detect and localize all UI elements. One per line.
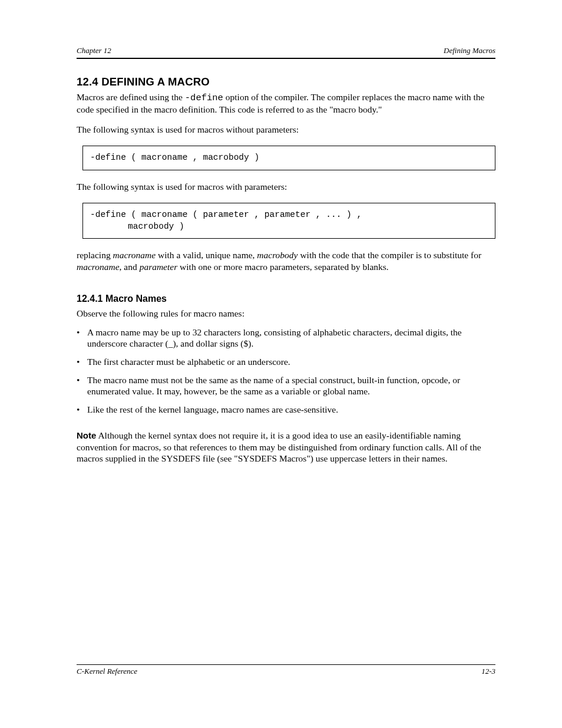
parameter-var: parameter (140, 262, 178, 272)
list-text: A macro name may be up to 32 characters … (87, 327, 495, 350)
list-item: • The first character must be alphabetic… (77, 357, 495, 368)
macroname-var: macroname (113, 250, 156, 260)
list-item: • A macro name may be up to 32 character… (77, 327, 495, 350)
subsection-intro: Observe the following rules for macro na… (77, 308, 495, 319)
page-header: Chapter 12 Defining Macros (77, 46, 495, 59)
define-option-code: -define (185, 93, 223, 103)
code-box-with-params: -define ( macroname ( parameter , parame… (82, 203, 495, 239)
bullet-icon: • (77, 327, 87, 350)
code-line-2: macrobody ) (90, 221, 488, 233)
macroname-var-2: macroname (77, 262, 120, 272)
list-text: The macro name must not be the same as t… (87, 375, 495, 397)
bullet-icon: • (77, 404, 87, 416)
header-left: Chapter 12 (77, 46, 111, 55)
note-paragraph: Note Although the kernel syntax does not… (77, 430, 495, 465)
footer-doc-title: C-Kernel Reference (77, 667, 137, 676)
intro-paragraph-3: The following syntax is used for macros … (77, 181, 495, 192)
list-item: • Like the rest of the kernel language, … (77, 404, 495, 416)
sysdefs-link: SYSDEFS Macros (238, 453, 307, 463)
code-box-no-params: -define ( macroname , macrobody ) (82, 146, 495, 170)
macrobody-var: macrobody (257, 250, 297, 260)
bullet-icon: • (77, 357, 87, 368)
intro-paragraph-2: The following syntax is used for macros … (77, 124, 495, 135)
section-heading: 12.4 DEFINING A MACRO (77, 75, 495, 88)
code-line: -define ( macroname , macrobody ) (90, 152, 488, 164)
intro-paragraph-1: Macros are defined using the -define opt… (77, 91, 495, 116)
bullet-icon: • (77, 375, 87, 397)
note-label: Note (77, 430, 96, 440)
list-item: • The macro name must not be the same as… (77, 375, 495, 397)
code-line-1: -define ( macroname ( parameter , parame… (90, 209, 488, 221)
list-text: Like the rest of the kernel language, ma… (87, 404, 495, 416)
list-text: The first character must be alphabetic o… (87, 357, 495, 368)
page-footer: C-Kernel Reference 12-3 (77, 664, 495, 676)
footer-page-number: 12-3 (481, 667, 495, 676)
header-right: Defining Macros (444, 46, 495, 55)
syntax-explanation: replacing macroname with a valid, unique… (77, 249, 495, 272)
subsection-heading: 12.4.1 Macro Names (77, 294, 495, 304)
